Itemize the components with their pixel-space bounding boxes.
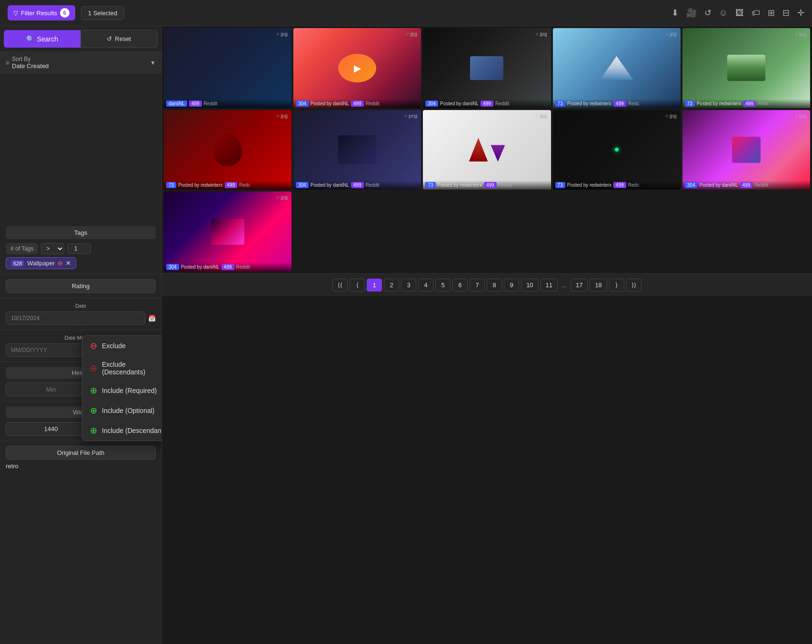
page-2-button[interactable]: 2 bbox=[384, 279, 399, 292]
source-badge: Reddit bbox=[754, 182, 768, 188]
image-cell[interactable]: ○ jpg 304 Posted by daniiNL 499 Reddit bbox=[423, 28, 551, 108]
user-badge: 304 bbox=[296, 101, 309, 107]
page-1-button[interactable]: 1 bbox=[367, 279, 382, 292]
format-badge: ○ jpg bbox=[535, 113, 547, 119]
date-created-from[interactable] bbox=[6, 312, 145, 325]
video-icon[interactable]: 🎥 bbox=[686, 8, 697, 18]
image-placeholder bbox=[553, 28, 681, 108]
page-9-button[interactable]: 9 bbox=[504, 279, 519, 292]
page-7-button[interactable]: 7 bbox=[470, 279, 485, 292]
page-17-button[interactable]: 17 bbox=[571, 279, 588, 292]
image-meta: 73 Posted by redwinterx 499 Redc bbox=[164, 181, 291, 190]
page-18-button[interactable]: 18 bbox=[590, 279, 607, 292]
next-page-button[interactable]: ⟩ bbox=[609, 279, 624, 292]
image-cell[interactable]: ○ jpg 73 Posted by redwinterx 499 Redc bbox=[553, 110, 681, 190]
include-required-option[interactable]: ⊕ Include (Required) bbox=[82, 381, 162, 401]
page-6-button[interactable]: 6 bbox=[452, 279, 468, 292]
image-meta: 73 Posted by redwinterx 499 Reddit bbox=[423, 181, 551, 190]
score-badge: 499 bbox=[613, 101, 626, 107]
image-cell[interactable]: ○ jpg 73 Posted by redwinterx 499 Redc bbox=[682, 28, 810, 108]
tag-remove-icon[interactable]: ⊖ bbox=[58, 260, 63, 267]
exclude-descendants-option[interactable]: ⊖ Exclude (Descendants) bbox=[82, 356, 162, 381]
user-badge: 304 bbox=[685, 182, 698, 188]
content-area: ○ jpg daniiNL 499 Reddit ○ jpg ▶ bbox=[162, 26, 812, 644]
page-5-button[interactable]: 5 bbox=[435, 279, 451, 292]
date-modified-from[interactable] bbox=[6, 343, 88, 357]
format-badge: ○ jpg bbox=[276, 194, 288, 200]
refresh-icon[interactable]: ↺ bbox=[704, 8, 712, 18]
image-cell[interactable]: ○ jpg daniiNL 499 Reddit bbox=[164, 28, 291, 108]
date-created-label: Date bbox=[6, 303, 156, 309]
image-cell[interactable]: ○ jpg 304 Posted by daniiNL 499 Reddit bbox=[682, 110, 810, 190]
score-badge: 499 bbox=[743, 101, 756, 107]
image-meta: 73 Posted by redwinterx 499 Redc bbox=[553, 99, 681, 108]
image-cell[interactable]: ○ jpg 73 Posted by redwinterx 499 Redc bbox=[164, 110, 291, 190]
face-icon[interactable]: ☺ bbox=[719, 8, 728, 18]
sort-icon: ≡ bbox=[6, 60, 9, 66]
date-created-row: 📅 bbox=[6, 312, 156, 325]
image-placeholder bbox=[682, 110, 810, 190]
source-badge: Redc bbox=[758, 101, 769, 106]
filepath-input[interactable] bbox=[6, 463, 156, 470]
include-descendants-option[interactable]: ⊕ Include (Descendants) bbox=[82, 421, 162, 441]
source-badge: Reddit bbox=[366, 101, 380, 106]
exclude-label: Exclude bbox=[102, 342, 126, 350]
search-reset-row: 🔍 Search ↺ Reset bbox=[0, 26, 161, 52]
tag-close-icon[interactable]: ✕ bbox=[66, 260, 71, 267]
exclude-option[interactable]: ⊖ Exclude bbox=[82, 336, 162, 356]
image-placeholder: ▶ bbox=[293, 28, 421, 108]
image-cell[interactable]: ○ jpg ▶ 304 Posted by daniiNL 499 Reddit bbox=[293, 28, 421, 108]
page-10-button[interactable]: 10 bbox=[521, 279, 538, 292]
source-badge: Reddit bbox=[204, 101, 218, 106]
selected-button[interactable]: 1 Selected bbox=[81, 6, 124, 20]
filter-panel: 🔍 Search ↺ Reset ≡ Sort By Date Created … bbox=[0, 26, 162, 644]
page-8-button[interactable]: 8 bbox=[487, 279, 502, 292]
reset-icon: ↺ bbox=[107, 35, 112, 42]
tag-icon[interactable]: 🏷 bbox=[752, 8, 760, 18]
prev-page-button[interactable]: ⟨ bbox=[350, 279, 365, 292]
last-page-button[interactable]: ⟩⟩ bbox=[626, 279, 642, 292]
wallpaper-tag-chip[interactable]: 628 Wallpaper ⊖ ✕ bbox=[6, 257, 76, 269]
user-badge: 304 bbox=[166, 264, 179, 270]
filter-count-badge: 6 bbox=[60, 8, 70, 18]
filter-icon: ▽ bbox=[13, 10, 18, 17]
image-meta: 73 Posted by redwinterx 499 Redc bbox=[682, 99, 810, 108]
image-icon[interactable]: 🖼 bbox=[735, 8, 744, 18]
image-cell[interactable]: ○ jpg 73 Posted by redwinterx 499 Redc bbox=[553, 28, 681, 108]
include-optional-option[interactable]: ⊕ Include (Optional) bbox=[82, 401, 162, 421]
num-tags-value[interactable] bbox=[67, 243, 91, 254]
filepath-section: Original File Path bbox=[0, 441, 161, 474]
toolbar-right: ⬇ 🎥 ↺ ☺ 🖼 🏷 ⊞ ⊟ ✛ bbox=[672, 8, 804, 18]
sort-bar[interactable]: ≡ Sort By Date Created ▼ bbox=[0, 52, 161, 74]
num-tags-operator[interactable]: > >= = < bbox=[41, 243, 64, 254]
image-cell[interactable]: ○ png 304 Posted by daniiNL 499 Reddit bbox=[293, 110, 421, 190]
date-created-section: Date 📅 bbox=[0, 298, 161, 330]
download-icon[interactable]: ⬇ bbox=[672, 8, 679, 18]
search-label: Search bbox=[37, 35, 58, 43]
source-badge: Reddit bbox=[499, 182, 512, 188]
rating-button[interactable]: Rating bbox=[6, 279, 156, 293]
page-11-button[interactable]: 11 bbox=[541, 279, 558, 292]
sort-by-label: Sort By Date Created bbox=[12, 56, 49, 70]
page-3-button[interactable]: 3 bbox=[401, 279, 416, 292]
format-badge: ○ jpg bbox=[535, 31, 547, 37]
format-badge: ○ jpg bbox=[406, 31, 417, 37]
page-4-button[interactable]: 4 bbox=[418, 279, 433, 292]
exclude-descendants-label: Exclude (Descendants) bbox=[102, 361, 162, 376]
score-badge: 499 bbox=[225, 182, 238, 188]
search-button[interactable]: 🔍 Search bbox=[4, 30, 80, 48]
image-cell[interactable]: ○ jpg 304 Posted by daniiNL 499 Reddit bbox=[164, 191, 291, 272]
grid-icon[interactable]: ⊞ bbox=[768, 8, 775, 18]
first-page-button[interactable]: ⟨⟨ bbox=[332, 279, 348, 292]
score-badge: 499 bbox=[740, 182, 753, 188]
plus-icon[interactable]: ✛ bbox=[797, 8, 804, 18]
format-badge: ○ jpg bbox=[795, 31, 806, 37]
include-optional-label: Include (Optional) bbox=[102, 407, 155, 414]
filter-results-button[interactable]: ▽ Filter Results 6 bbox=[8, 5, 75, 20]
source-badge: Redc bbox=[628, 101, 639, 106]
grid2-icon[interactable]: ⊟ bbox=[782, 8, 790, 18]
image-cell[interactable]: ○ jpg 73 Posted by redwinterx 499 Reddit bbox=[423, 110, 551, 190]
reset-button[interactable]: ↺ Reset bbox=[80, 30, 158, 48]
calendar-icon[interactable]: 📅 bbox=[148, 315, 156, 322]
filepath-button[interactable]: Original File Path bbox=[6, 446, 156, 460]
